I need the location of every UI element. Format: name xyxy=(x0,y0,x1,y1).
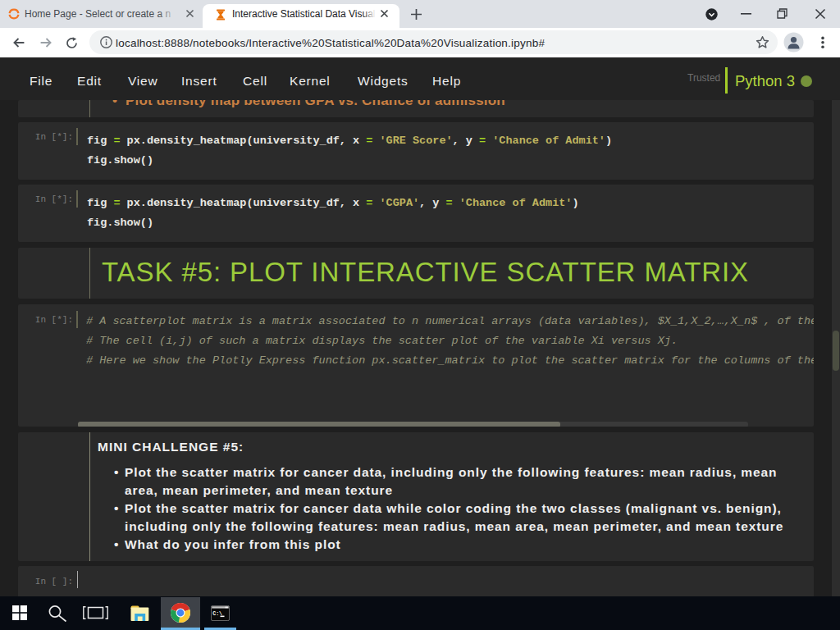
svg-text:C:\: C:\ xyxy=(212,611,222,617)
